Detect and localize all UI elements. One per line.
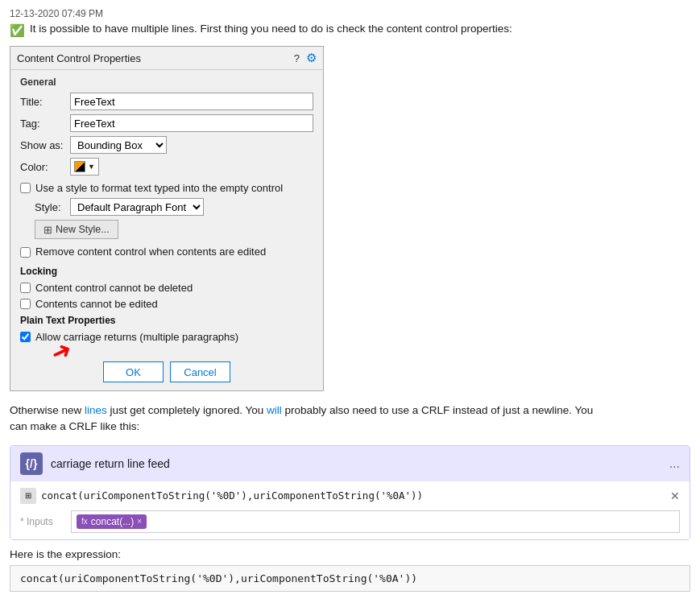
title-input[interactable] [70, 93, 313, 110]
locking-label: Locking [20, 266, 313, 277]
color-square-icon [74, 161, 85, 172]
locking-section: Locking Content control cannot be delete… [20, 266, 313, 310]
use-style-label: Use a style to format text typed into th… [35, 182, 283, 194]
remove-when-edited-checkbox[interactable] [20, 247, 31, 258]
will-highlight: will [267, 404, 282, 416]
inputs-tag-container[interactable]: fx concat(...) × [71, 510, 680, 533]
after-text-line1: Otherwise new lines just get completely … [10, 404, 593, 416]
timestamp: 12-13-2020 07:49 PM [10, 8, 690, 19]
expression-text: concat(uriComponentToString('%0D'),uriCo… [41, 489, 665, 502]
expression-section: Here is the expression: concat(uriCompon… [10, 548, 690, 592]
style-row: Style: Default Paragraph Font [35, 198, 313, 216]
new-style-button[interactable]: ⊞ New Style... [35, 220, 118, 239]
allow-carriage-checkbox[interactable] [20, 332, 31, 342]
cannot-delete-row: Content control cannot be deleted [20, 282, 313, 294]
expr-icon: ⊞ [20, 488, 36, 504]
new-style-icon: ⊞ [43, 224, 52, 236]
help-icon[interactable]: ? [294, 52, 300, 64]
general-section-label: General [20, 76, 313, 88]
tag-close-button[interactable]: × [137, 517, 142, 526]
dialog-footer: ➜ OK Cancel [10, 353, 323, 390]
show-as-select[interactable]: Bounding Box Tags None [70, 136, 167, 154]
settings-icon[interactable]: ⚙ [306, 51, 317, 65]
style-field-label: Style: [35, 201, 65, 213]
tag-text: concat(...) [91, 516, 134, 527]
expression-row: ⊞ concat(uriComponentToString('%0D'),uri… [20, 488, 680, 504]
fx-icon: fx [81, 517, 88, 526]
tag-input[interactable] [70, 114, 313, 132]
cancel-button[interactable]: Cancel [170, 361, 230, 382]
action-card-body: ⊞ concat(uriComponentToString('%0D'),uri… [10, 481, 690, 539]
cannot-edit-row: Contents cannot be edited [20, 298, 313, 310]
ok-button[interactable]: OK [103, 361, 164, 382]
inputs-tag: fx concat(...) × [77, 514, 147, 529]
title-label: Title: [20, 96, 70, 108]
plain-text-label: Plain Text Properties [20, 315, 313, 326]
color-dropdown-arrow: ▼ [88, 163, 95, 171]
action-card: {/} carriage return line feed ... ⊞ conc… [10, 445, 690, 540]
color-label: Color: [20, 161, 70, 173]
content-control-dialog: Content Control Properties ? ⚙ General T… [10, 46, 324, 391]
title-row: Title: [20, 93, 313, 110]
dialog-title: Content Control Properties [17, 52, 141, 64]
tag-row: Tag: [20, 114, 313, 132]
remove-when-edited-label: Remove content control when contents are… [35, 246, 266, 258]
remove-when-edited-row: Remove content control when contents are… [20, 246, 313, 258]
cannot-edit-checkbox[interactable] [20, 299, 31, 309]
intro-line: ✅ It is possible to have multiple lines.… [10, 23, 690, 38]
use-style-row: Use a style to format text typed into th… [20, 182, 313, 194]
color-swatch[interactable]: ▼ [70, 158, 99, 175]
dialog-body: General Title: Tag: Show as: Bounding Bo… [10, 70, 323, 353]
action-card-header: {/} carriage return line feed ... [10, 446, 690, 481]
inputs-row: * Inputs fx concat(...) × [20, 510, 680, 533]
expression-close-button[interactable]: ✕ [670, 489, 680, 502]
new-style-label: New Style... [56, 224, 110, 235]
lines-highlight: lines [85, 404, 107, 416]
dialog-title-icons: ? ⚙ [294, 51, 317, 65]
dialog-title-bar: Content Control Properties ? ⚙ [10, 47, 323, 70]
check-icon: ✅ [10, 23, 25, 38]
cannot-delete-checkbox[interactable] [20, 283, 31, 293]
intro-text: It is possible to have multiple lines. F… [30, 23, 512, 35]
show-as-label: Show as: [20, 139, 70, 151]
expression-section-title: Here is the expression: [10, 548, 690, 560]
action-card-icon: {/} [20, 452, 43, 475]
after-dialog-text: Otherwise new lines just get completely … [10, 403, 690, 436]
style-select[interactable]: Default Paragraph Font [70, 198, 204, 216]
cannot-delete-label: Content control cannot be deleted [35, 282, 193, 294]
code-box: concat(uriComponentToString('%0D'),uriCo… [10, 565, 690, 592]
use-style-checkbox[interactable] [20, 183, 31, 193]
tag-label: Tag: [20, 118, 70, 130]
action-card-more-button[interactable]: ... [669, 456, 680, 471]
after-text-line2: can make a CRLF like this: [10, 420, 139, 432]
show-as-row: Show as: Bounding Box Tags None [20, 136, 313, 154]
inputs-label: * Inputs [20, 516, 64, 527]
color-row: Color: ▼ [20, 158, 313, 175]
cannot-edit-label: Contents cannot be edited [35, 298, 158, 310]
action-card-title: carriage return line feed [51, 457, 661, 470]
